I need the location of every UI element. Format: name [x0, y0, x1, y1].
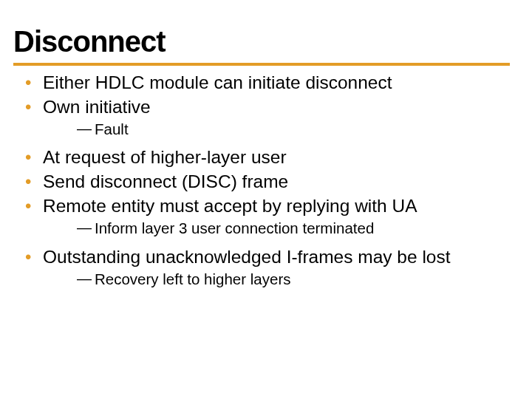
sub-list: Inform layer 3 user connection terminate… — [43, 219, 510, 239]
list-item: Own initiative Fault — [13, 96, 510, 147]
sub-text: Recovery left to higher layers — [95, 270, 290, 287]
sub-list: Fault — [43, 120, 510, 140]
sub-list-item: Inform layer 3 user connection terminate… — [43, 219, 510, 239]
list-item: Send disconnect (DISC) frame — [13, 171, 510, 195]
bullet-list: Either HDLC module can initiate disconne… — [13, 72, 510, 296]
list-item: Either HDLC module can initiate disconne… — [13, 72, 510, 96]
slide: Disconnect Either HDLC module can initia… — [0, 0, 532, 296]
page-title: Disconnect — [13, 25, 510, 66]
sub-list-item: Recovery left to higher layers — [43, 270, 510, 290]
bullet-text: Own initiative — [43, 97, 151, 117]
sub-list-item: Fault — [43, 120, 510, 140]
list-item: Remote entity must accept by replying wi… — [13, 195, 510, 246]
bullet-text: Either HDLC module can initiate disconne… — [43, 72, 392, 92]
list-item: Outstanding unacknowledged I-frames may … — [13, 246, 510, 297]
list-item: At request of higher-layer user — [13, 146, 510, 171]
sub-text: Inform layer 3 user connection terminate… — [95, 219, 374, 236]
bullet-text: Send disconnect (DISC) frame — [43, 171, 288, 191]
bullet-text: Remote entity must accept by replying wi… — [43, 196, 417, 216]
sub-text: Fault — [95, 120, 129, 137]
sub-list: Recovery left to higher layers — [43, 270, 510, 290]
bullet-text: Outstanding unacknowledged I-frames may … — [43, 247, 451, 267]
bullet-text: At request of higher-layer user — [43, 147, 287, 167]
